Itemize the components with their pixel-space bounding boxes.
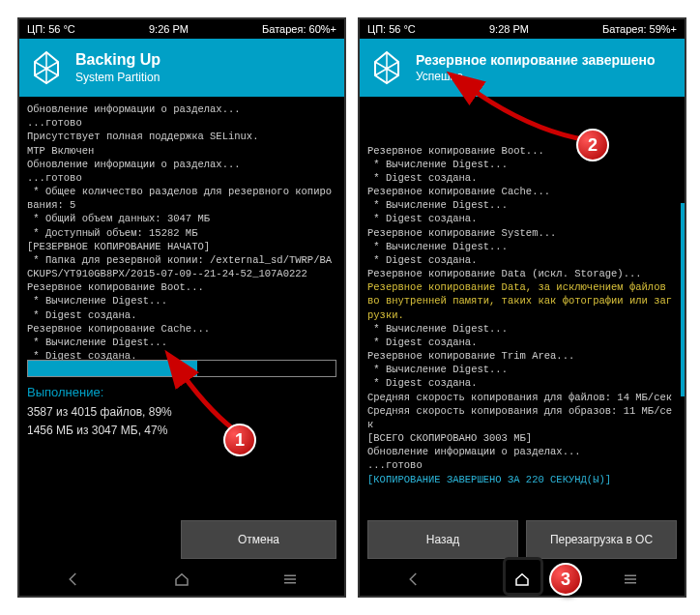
annotation-badge-1: 1: [223, 424, 256, 456]
cpu-temp: ЦП: 56 °C: [367, 23, 416, 35]
progress-size: 1456 МБ из 3047 МБ, 47%: [27, 422, 336, 440]
console-line: Обновление информации о разделах...: [367, 445, 677, 458]
reboot-button[interactable]: Перезагрузка в ОС: [526, 520, 677, 559]
console-line: * Digest создана.: [367, 336, 677, 349]
battery: Батарея: 59%+: [602, 23, 677, 35]
progress-fill: [28, 361, 197, 376]
console-line: ...готово: [367, 458, 677, 472]
console-line: * Вычисление Digest...: [367, 240, 677, 253]
console-output[interactable]: Резервное копирование Boot... * Вычислен…: [360, 97, 685, 474]
console-line: * Digest создана.: [367, 253, 677, 267]
console-line: Средняя скорость копирования для файлов:…: [367, 391, 677, 404]
console-line: * Вычисление Digest...: [367, 322, 677, 336]
console-line: * Вычисление Digest...: [367, 158, 677, 171]
annotation-badge-2: 2: [576, 129, 609, 161]
console-line: [ВСЕГО СКОПИРОВАНО 3003 МБ]: [367, 431, 677, 445]
console-line: ...готово: [27, 116, 336, 130]
console-line: Присутствует полная поддержка SELinux.: [27, 130, 336, 143]
nav-menu-icon[interactable]: [620, 569, 641, 590]
header-subtitle: System Partition: [75, 71, 160, 84]
clock: 9:28 PM: [489, 23, 529, 35]
console-line: Резервное копирование System...: [367, 226, 677, 240]
cancel-button[interactable]: Отмена: [181, 520, 336, 559]
console-line: Обновление информации о разделах...: [27, 158, 336, 171]
console-line: * Вычисление Digest...: [367, 198, 677, 212]
nav-menu-icon[interactable]: [279, 569, 301, 590]
progress-files: 3587 из 4015 файлов, 89%: [27, 403, 336, 422]
console-line: * Вычисление Digest...: [27, 294, 336, 308]
scroll-indicator[interactable]: [681, 203, 685, 396]
annotation-highlight-home: [503, 557, 543, 596]
console-line: Обновление информации о разделах...: [27, 102, 336, 116]
console-line: Резервное копирование Boot...: [27, 280, 336, 294]
console-line: ...готово: [27, 171, 336, 185]
statusbar: ЦП: 56 °C 9:28 PM Батарея: 59%+: [360, 19, 685, 39]
phone-right: ЦП: 56 °C 9:28 PM Батарея: 59%+ Резервно…: [358, 17, 686, 598]
console-line: Средняя скорость копирования для образов…: [367, 404, 677, 431]
clock: 9:26 PM: [149, 23, 189, 35]
nav-back-icon[interactable]: [63, 569, 84, 590]
twrp-logo-icon: [27, 48, 66, 87]
console-line: * Digest создана.: [367, 212, 677, 225]
console-line: * Digest создана.: [27, 308, 336, 322]
console-line: * Доступный объем: 15282 МБ: [27, 226, 336, 240]
console-line: * Вычисление Digest...: [367, 363, 677, 376]
console-line: [РЕЗЕРВНОЕ КОПИРОВАНИЕ НАЧАТО]: [27, 240, 336, 253]
console-line: Резервное копирование Cache...: [367, 185, 677, 198]
progress-label: Выполнение:: [19, 377, 344, 403]
header-title: Резервное копирование завершено: [416, 52, 655, 68]
twrp-logo-icon: [367, 48, 406, 87]
nav-home-icon[interactable]: [171, 569, 192, 590]
console-line: Резервное копирование Data (искл. Storag…: [367, 267, 677, 280]
twrp-header: Резервное копирование завершено Успешно: [360, 39, 685, 97]
phone-left: ЦП: 56 °C 9:26 PM Батарея: 60%+ Backing …: [17, 17, 346, 598]
console-line: * Общее количество разделов для резервно…: [27, 185, 336, 212]
progress-bar: [27, 360, 336, 377]
console-line: Резервное копирование Cache...: [27, 322, 336, 336]
console-line: * Папка для резервной копии: /external_s…: [27, 253, 336, 280]
header-title: Backing Up: [75, 51, 160, 69]
back-button[interactable]: Назад: [367, 520, 518, 559]
cpu-temp: ЦП: 56 °C: [27, 23, 75, 35]
console-line: [КОПИРОВАНИЕ ЗАВЕРШЕНО ЗА 220 СЕКУНД(Ы)]: [367, 473, 677, 486]
console-line: MTP Включен: [27, 144, 336, 158]
battery: Батарея: 60%+: [262, 23, 336, 35]
navbar: [19, 563, 344, 596]
console-line: * Digest создана.: [367, 171, 677, 185]
console-output[interactable]: Обновление информации о разделах......го…: [19, 97, 344, 348]
console-line: * Общий объем данных: 3047 МБ: [27, 212, 336, 225]
statusbar: ЦП: 56 °C 9:26 PM Батарея: 60%+: [19, 19, 344, 39]
console-line: * Вычисление Digest...: [27, 336, 336, 349]
header-subtitle: Успешно: [416, 70, 655, 83]
nav-back-icon[interactable]: [403, 569, 424, 590]
twrp-header: Backing Up System Partition: [19, 39, 344, 97]
console-line: * Digest создана.: [367, 376, 677, 390]
console-line: Резервное копирование Boot...: [367, 144, 677, 158]
annotation-badge-3: 3: [549, 563, 582, 596]
console-line: Резервное копирование Trim Area...: [367, 349, 677, 363]
console-line: Резервное копирование Data, за исключени…: [367, 280, 677, 322]
